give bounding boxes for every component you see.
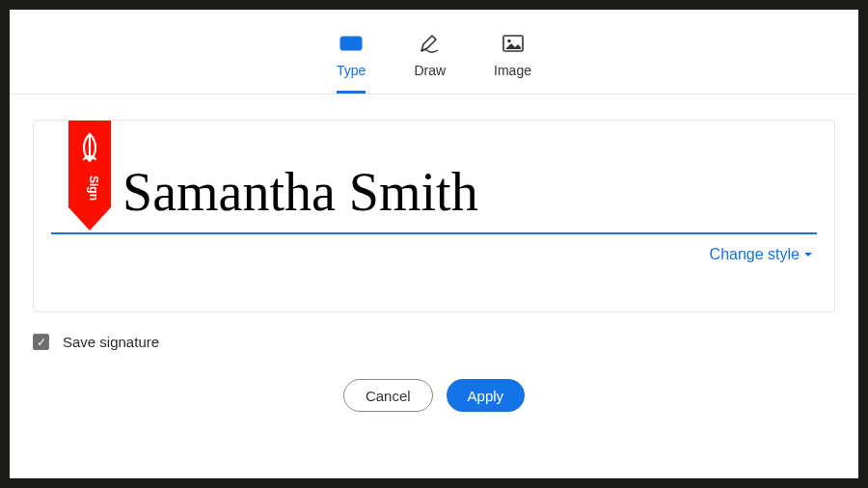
checkmark-icon: ✓ xyxy=(37,336,46,349)
signature-baseline xyxy=(51,232,817,234)
bookmark-text: Sign xyxy=(87,176,100,201)
svg-rect-7 xyxy=(344,43,346,45)
svg-rect-3 xyxy=(346,40,348,41)
tab-label: Image xyxy=(494,63,531,78)
tab-draw[interactable]: Draw xyxy=(414,33,446,94)
svg-rect-8 xyxy=(348,43,350,45)
cancel-button[interactable]: Cancel xyxy=(343,379,433,412)
tab-label: Type xyxy=(337,63,366,78)
tab-image[interactable]: Image xyxy=(494,33,531,94)
dialog-footer: Cancel Apply xyxy=(10,379,858,412)
keyboard-icon xyxy=(339,33,363,57)
save-signature-label: Save signature xyxy=(63,334,159,350)
bookmark-icon: Sign xyxy=(68,121,111,232)
svg-rect-5 xyxy=(354,40,356,41)
sign-here-bookmark: Sign xyxy=(68,121,111,232)
svg-rect-1 xyxy=(345,46,357,48)
pen-draw-icon xyxy=(419,33,442,57)
svg-rect-2 xyxy=(342,40,344,41)
image-icon xyxy=(502,33,525,57)
svg-point-12 xyxy=(507,40,511,43)
signature-panel: Sign Change style xyxy=(33,120,835,312)
signature-dialog: Type Draw Image Sign Change st xyxy=(10,10,858,478)
tab-label: Draw xyxy=(414,63,446,78)
change-style-link[interactable]: Change style xyxy=(710,246,813,263)
caret-down-icon xyxy=(803,246,813,263)
tab-type[interactable]: Type xyxy=(337,33,366,94)
save-signature-row: ✓ Save signature xyxy=(33,334,835,350)
signature-method-tabs: Type Draw Image xyxy=(10,10,858,95)
apply-button[interactable]: Apply xyxy=(447,379,526,412)
svg-rect-6 xyxy=(358,40,360,41)
change-style-label: Change style xyxy=(710,246,800,263)
svg-rect-9 xyxy=(352,43,354,45)
svg-rect-4 xyxy=(350,40,352,41)
svg-rect-10 xyxy=(356,43,358,45)
save-signature-checkbox[interactable]: ✓ xyxy=(33,334,49,350)
signature-input[interactable] xyxy=(121,149,815,234)
